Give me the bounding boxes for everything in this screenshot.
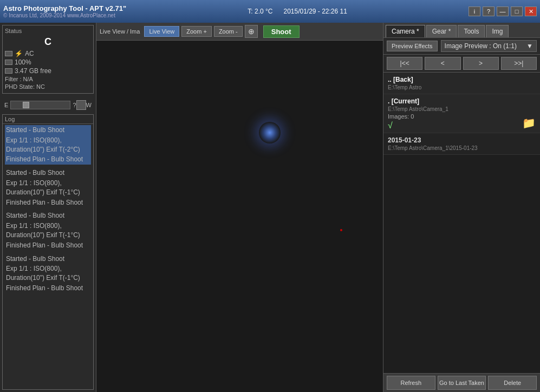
restore-button[interactable]: □ [511,6,523,16]
close-button[interactable]: ✕ [525,6,537,16]
delete-button[interactable]: Delete [488,376,537,390]
dropdown-chevron-icon: ▼ [526,42,533,50]
log-group-4: Started - Bulb Shoot Exp 1/1 : ISO(800),… [5,254,91,293]
filter-label: Filter : N/A [5,76,91,82]
log-content[interactable]: Started - Bulb Shoot Exp 1/1 : ISO(800),… [3,124,93,389]
power-icon [5,51,12,56]
nav-prev-button[interactable]: < [425,57,460,70]
status-c-display: C [5,36,91,48]
camera-tab-content: Preview Effects Image Preview : On (1:1)… [383,38,540,392]
log-line: Exp 1/1 : ISO(800), Duration(10") Exif T… [5,264,91,283]
preview-bar: Preview Effects Image Preview : On (1:1)… [383,38,540,55]
minimize-button[interactable]: — [497,6,509,16]
log-line: Finished Plan - Bulb Shoot [5,154,91,165]
file-browser[interactable]: .. [Back] E:\Temp Astro . [Current] E:\T… [383,73,540,373]
log-label: Log [3,115,93,124]
log-line: Started - Bulb Shoot [5,254,91,264]
file-browser-date-item[interactable]: 2015-01-23 E:\Temp Astro\Camera_1\2015-0… [383,133,540,155]
file-browser-current-item[interactable]: . [Current] E:\Temp Astro\Camera_1 Image… [383,94,540,133]
zoom-out-button[interactable]: Zoom - [214,26,243,37]
log-section: Log Started - Bulb Shoot Exp 1/1 : ISO(8… [2,114,94,390]
log-line: Finished Plan - Bulb Shoot [5,198,91,208]
window-controls: i ? — □ ✕ [469,6,537,16]
help-button[interactable]: ? [483,6,495,16]
folder-icon: 📁 [522,116,536,129]
power-icon2: ⚡ [15,50,23,57]
right-panel: Camera * Gear * Tools Img Preview Effect… [383,23,540,392]
current-item-name: . [Current] [388,97,536,105]
compass-slider[interactable] [10,101,70,109]
live-view-button[interactable]: Live View [144,26,179,37]
log-group-1: Started - Bulb Shoot Exp 1/1 : ISO(800),… [5,125,91,165]
tab-img[interactable]: Img [486,25,509,37]
status-storage-row: 3.47 GB free [5,67,91,75]
compass-e-label: E [4,102,8,108]
log-line: Exp 1/1 : ISO(800), Duration(10") Exif T… [5,221,91,240]
log-line: Exp 1/1 : ISO(800), Duration(10") Exif T… [5,135,91,155]
nav-first-button[interactable]: |<< [387,57,422,70]
compass-thumb [23,102,29,108]
liveview-image-area [96,41,383,392]
compass-section: E ? W [0,98,96,112]
left-panel: Status C ⚡ AC 100% 3.47 GB free Filter :… [0,23,96,392]
status-label: Status [5,28,91,34]
compass-w-label: W [86,102,92,108]
log-line: Started - Bulb Shoot [5,211,91,221]
bottom-bar: Refresh Go to Last Taken Delete [383,373,540,392]
file-browser-back-item[interactable]: .. [Back] E:\Temp Astro [383,73,540,94]
star-object [259,122,281,143]
datetime-display: 2015/01/29 - 22:26 11 [283,8,347,15]
app-subtitle: © Incanus Ltd, 2009-2014 www.AstroPlace.… [3,12,126,18]
current-item-images: Images: 0 [388,113,536,120]
log-line: Finished Plan - Bulb Shoot [5,283,91,293]
center-panel: Live View / Ima Live View Zoom + Zoom - … [96,23,383,392]
card-label: 100% [15,58,31,66]
log-line: Exp 1/1 : ISO(800), Duration(10") Exif T… [5,178,91,198]
storage-label: 3.47 GB free [15,67,51,75]
image-preview-label: Image Preview : On (1:1) [445,42,517,50]
log-line: Started - Bulb Shoot [5,125,91,135]
refresh-button[interactable]: Refresh [387,376,435,390]
zoom-in-button[interactable]: Zoom + [181,26,212,37]
log-group-3: Started - Bulb Shoot Exp 1/1 : ISO(800),… [5,211,91,250]
nav-next-button[interactable]: > [463,57,499,70]
phd-label: PHD State: NC [5,83,91,90]
red-dot-artifact [340,229,342,231]
current-item-path: E:\Temp Astro\Camera_1 [388,106,536,112]
status-section: Status C ⚡ AC 100% 3.47 GB free Filter :… [2,25,94,94]
tab-bar: Camera * Gear * Tools Img [383,23,540,38]
app-title: Astro Photography Tool - APT v2.71" [3,4,126,12]
image-preview-dropdown[interactable]: Image Preview : On (1:1) ▼ [441,40,537,52]
go-to-last-button[interactable]: Go to Last Taken [438,376,486,390]
tab-gear[interactable]: Gear * [426,25,457,37]
titlebar: Astro Photography Tool - APT v2.71" © In… [0,0,540,23]
log-line: Finished Plan - Bulb Shoot [5,240,91,251]
crosshair-button[interactable]: ⊕ [245,25,258,38]
status-card-row: 100% [5,58,91,66]
temperature-display: T: 2.0 °C [248,8,272,15]
tab-camera[interactable]: Camera * [386,25,425,37]
app-title-section: Astro Photography Tool - APT v2.71" © In… [3,4,126,18]
liveview-label: Live View / Ima [100,28,140,35]
nav-bar: |<< < > >>| [383,55,540,73]
date-item-path: E:\Temp Astro\Camera_1\2015-01-23 [388,145,536,151]
main-layout: Status C ⚡ AC 100% 3.47 GB free Filter :… [0,23,540,392]
log-group-2: Started - Bulb Shoot Exp 1/1 : ISO(800),… [5,168,91,207]
shoot-button[interactable]: Shoot [263,25,300,38]
back-item-path: E:\Temp Astro [388,84,536,90]
info-button[interactable]: i [469,6,480,16]
nav-last-button[interactable]: >>| [501,57,537,70]
storage-icon [5,68,12,74]
tab-tools[interactable]: Tools [458,25,485,37]
card-icon [5,60,12,65]
compass-square-icon [76,100,86,110]
back-item-name: .. [Back] [388,76,536,83]
status-power-row: ⚡ AC [5,50,91,57]
liveview-toolbar: Live View / Ima Live View Zoom + Zoom - … [96,23,383,41]
power-label: AC [25,50,34,57]
checkmark-icon: √ [388,121,393,130]
date-item-name: 2015-01-23 [388,136,536,144]
log-line: Started - Bulb Shoot [5,168,91,178]
preview-effects-button[interactable]: Preview Effects [387,41,438,51]
titlebar-info: T: 2.0 °C 2015/01/29 - 22:26 11 [248,8,347,15]
